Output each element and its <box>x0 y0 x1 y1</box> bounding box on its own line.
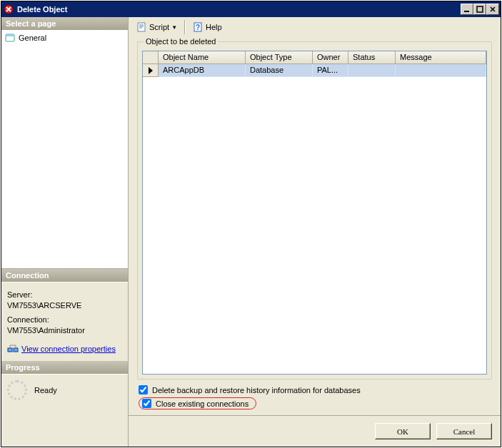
close-connections-checkbox[interactable] <box>142 399 151 408</box>
col-header-owner[interactable]: Owner <box>313 51 348 64</box>
connection-header: Connection <box>1 269 128 282</box>
script-button[interactable]: Script ▼ <box>133 20 180 34</box>
connection-value: VM7553\Administrator <box>7 325 122 336</box>
svg-rect-7 <box>138 23 145 31</box>
col-header-message[interactable]: Message <box>396 51 486 64</box>
close-connections-label: Close existing connections <box>156 399 249 408</box>
page-item-general[interactable]: General <box>1 31 128 45</box>
connection-label: Connection: <box>7 315 122 325</box>
svg-rect-5 <box>8 348 12 352</box>
close-connections-highlight: Close existing connections <box>139 397 256 409</box>
server-label: Server: <box>7 290 122 300</box>
page-item-label: General <box>19 34 46 42</box>
progress-status: Ready <box>34 386 57 394</box>
page-list: General <box>1 31 128 269</box>
script-label: Script <box>149 23 169 31</box>
delete-object-dialog: Delete Object Select a page General Conn… <box>1 1 501 447</box>
window-title: Delete Object <box>17 5 461 14</box>
progress-header: Progress <box>1 361 128 375</box>
cell-message <box>396 64 486 77</box>
page-icon <box>4 32 16 44</box>
view-connection-properties-link[interactable]: View connection properties <box>21 344 116 355</box>
delete-backup-checkbox[interactable] <box>139 385 148 394</box>
server-value: VM7553\ARCSERVE <box>7 300 122 311</box>
toolbar: Script ▼ ? Help <box>129 17 501 37</box>
connection-properties-icon <box>7 342 19 357</box>
cell-owner: PAL... <box>313 64 348 77</box>
row-selector-icon[interactable] <box>143 64 159 77</box>
minimize-button[interactable] <box>461 4 473 15</box>
right-panel: Script ▼ ? Help Object to be deleted Obj… <box>129 17 501 447</box>
cell-status <box>348 64 396 77</box>
titlebar[interactable]: Delete Object <box>1 1 501 17</box>
ok-button[interactable]: OK <box>375 423 431 439</box>
table-row[interactable]: ARCAppDB Database PAL... <box>143 64 486 77</box>
help-label: Help <box>206 23 222 31</box>
col-header-name[interactable]: Object Name <box>159 51 246 64</box>
col-header-type[interactable]: Object Type <box>246 51 313 64</box>
object-groupbox: Object to be deleted Object Name Object … <box>137 41 492 380</box>
grid-corner <box>143 51 159 64</box>
script-icon <box>136 21 147 33</box>
delete-backup-check-row: Delete backup and restore history inform… <box>139 384 491 396</box>
left-panel: Select a page General Connection Server:… <box>1 17 129 447</box>
help-button[interactable]: ? Help <box>189 20 225 34</box>
cell-type: Database <box>246 64 313 77</box>
close-connections-check-row: Close existing connections <box>139 396 491 411</box>
svg-rect-4 <box>6 34 14 36</box>
delete-grid: Object Name Object Type Owner Status Mes… <box>142 51 487 375</box>
svg-rect-6 <box>14 348 18 352</box>
cell-name: ARCAppDB <box>159 64 246 77</box>
svg-rect-1 <box>464 11 469 12</box>
select-page-header: Select a page <box>1 17 128 31</box>
close-button[interactable] <box>486 4 499 15</box>
col-header-status[interactable]: Status <box>348 51 396 64</box>
delete-icon <box>3 4 14 15</box>
chevron-down-icon: ▼ <box>171 24 177 31</box>
progress-spinner-icon <box>7 380 27 400</box>
groupbox-legend: Object to be deleted <box>144 37 218 46</box>
options-area: Delete backup and restore history inform… <box>129 382 501 415</box>
svg-rect-2 <box>477 6 483 12</box>
window-controls <box>461 4 499 15</box>
delete-backup-label: Delete backup and restore history inform… <box>152 386 361 394</box>
help-icon: ? <box>192 21 204 33</box>
toolbar-separator <box>184 20 185 34</box>
progress-body: Ready <box>1 375 128 406</box>
cancel-button[interactable]: Cancel <box>436 423 492 439</box>
maximize-button[interactable] <box>473 4 486 15</box>
svg-text:?: ? <box>196 24 200 31</box>
dialog-footer: OK Cancel <box>129 415 501 447</box>
grid-header: Object Name Object Type Owner Status Mes… <box>143 51 486 64</box>
connection-body: Server: VM7553\ARCSERVE Connection: VM75… <box>1 282 128 361</box>
